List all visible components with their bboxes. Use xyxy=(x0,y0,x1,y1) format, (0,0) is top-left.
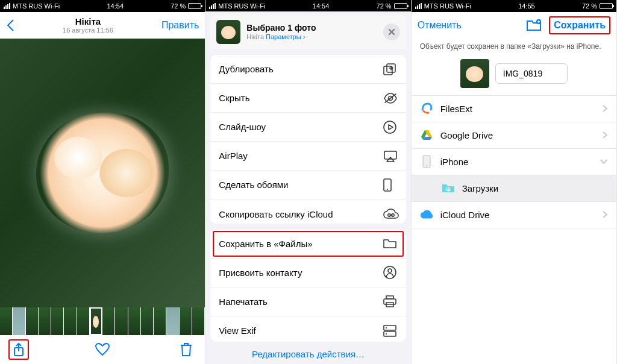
location-iphone[interactable]: iPhone xyxy=(412,149,616,175)
thumbnail[interactable] xyxy=(13,307,25,335)
new-folder-button[interactable] xyxy=(526,19,542,32)
thumbnail[interactable] xyxy=(115,307,128,335)
carrier-label: MTS RUS Wi-Fi xyxy=(218,2,265,10)
thumbnail-selected[interactable] xyxy=(90,307,102,335)
nav-bar: Нікіта 16 августа 11:56 Править xyxy=(0,12,205,39)
cancel-button[interactable]: Отменить xyxy=(418,20,462,31)
status-time: 14:55 xyxy=(518,2,535,10)
duplicate-icon xyxy=(383,63,398,75)
action-hide[interactable]: Скрыть xyxy=(210,84,406,113)
filesext-icon xyxy=(420,102,433,115)
status-bar: MTS RUS Wi-Fi 14:54 72 % xyxy=(0,0,205,12)
main-photo xyxy=(36,113,169,233)
thumbnail[interactable] xyxy=(0,307,13,335)
edit-actions-link[interactable]: Редактировать действия… xyxy=(205,342,410,364)
location-icloud[interactable]: iCloud Drive xyxy=(412,202,616,228)
signal-icon xyxy=(4,3,10,9)
action-play[interactable]: Слайд-шоу xyxy=(210,113,406,142)
chevron-right-icon: › xyxy=(303,33,305,40)
thumbnail-strip[interactable] xyxy=(0,307,205,335)
status-bar: MTS RUS Wi-Fi 14:55 72 % xyxy=(412,0,616,12)
svg-point-27 xyxy=(386,333,387,334)
close-button[interactable] xyxy=(383,24,400,40)
thumbnail[interactable] xyxy=(39,307,51,335)
chevron-right-icon xyxy=(602,131,608,139)
exif-icon xyxy=(383,325,398,337)
location-label: Google Drive xyxy=(440,130,493,140)
icloud-icon xyxy=(420,208,433,221)
carrier-label: MTS RUS Wi-Fi xyxy=(424,2,471,10)
favorite-button[interactable] xyxy=(92,339,113,360)
action-label: Напечатать xyxy=(219,297,267,307)
gdrive-icon xyxy=(420,128,433,142)
action-label: Сделать обоями xyxy=(219,180,288,190)
action-duplicate[interactable]: Дублировать xyxy=(210,55,406,84)
edit-button[interactable]: Править xyxy=(161,20,199,31)
screen-photo-detail: MTS RUS Wi-Fi 14:54 72 % Нікіта 16 авгус… xyxy=(0,0,205,364)
screen-save-to-files: MTS RUS Wi-Fi 14:55 72 % Отменить Сохран… xyxy=(412,0,617,364)
print-icon xyxy=(383,295,398,307)
save-location-message: Объект будет сохранен в папке «Загрузки»… xyxy=(412,39,616,57)
location-downloads[interactable]: Загрузки xyxy=(412,175,616,202)
action-label: AirPlay xyxy=(219,151,248,161)
action-label: Сохранить в «Файлы» xyxy=(219,239,312,249)
bottom-toolbar xyxy=(0,335,205,364)
thumbnail[interactable] xyxy=(166,307,179,335)
svg-marker-11 xyxy=(389,125,393,130)
share-button[interactable] xyxy=(8,339,29,360)
thumbnail[interactable] xyxy=(154,307,166,335)
thumbnail[interactable] xyxy=(64,307,77,335)
action-label: Скрыть xyxy=(219,93,249,103)
thumbnail[interactable] xyxy=(51,307,64,335)
share-sheet-header: Выбрано 1 фото Нікіта Параметры › xyxy=(210,15,406,49)
action-group-1: ДублироватьСкрытьСлайд-шоуAirPlayСделать… xyxy=(210,55,406,223)
status-time: 14:54 xyxy=(107,2,124,10)
photo-viewer[interactable] xyxy=(0,39,205,307)
action-print[interactable]: Напечатать xyxy=(210,287,406,316)
svg-rect-22 xyxy=(384,299,396,304)
svg-point-20 xyxy=(388,269,392,272)
airplay-icon xyxy=(383,150,398,162)
action-exif[interactable]: View Exif xyxy=(210,316,406,342)
location-label: iPhone xyxy=(440,157,469,167)
location-label: iCloud Drive xyxy=(440,210,490,220)
folder-icon xyxy=(383,238,398,249)
location-filesext[interactable]: FilesExt xyxy=(412,96,616,122)
thumbnail[interactable] xyxy=(192,307,205,335)
selected-count-label: Выбрано 1 фото xyxy=(246,23,377,33)
action-wallpaper[interactable]: Сделать обоями xyxy=(210,171,406,199)
svg-point-15 xyxy=(387,189,388,190)
thumbnail[interactable] xyxy=(180,307,192,335)
action-group-2: Сохранить в «Файлы»Присвоить контактуНап… xyxy=(210,230,406,342)
svg-point-35 xyxy=(426,165,427,166)
screen-share-sheet: MTS RUS Wi-Fi 14:54 72 % Выбрано 1 фото … xyxy=(205,0,411,364)
thumbnail[interactable] xyxy=(102,307,115,335)
save-button[interactable]: Сохранить xyxy=(549,16,610,34)
action-cloudlink[interactable]: Скопировать ссылку iCloud xyxy=(210,199,406,223)
action-airplay[interactable]: AirPlay xyxy=(210,142,406,171)
nav-bar: Отменить Сохранить xyxy=(412,12,616,39)
location-gdrive[interactable]: Google Drive xyxy=(412,122,616,149)
contact-icon xyxy=(383,266,398,279)
delete-button[interactable] xyxy=(176,339,196,360)
thumbnail[interactable] xyxy=(128,307,141,335)
thumbnail[interactable] xyxy=(26,307,39,335)
photo-date-subtitle: 16 августа 11:56 xyxy=(63,27,113,34)
thumbnail[interactable] xyxy=(141,307,154,335)
status-bar: MTS RUS Wi-Fi 14:54 72 % xyxy=(205,0,410,11)
hide-icon xyxy=(383,93,398,104)
filename-field[interactable]: IMG_0819 xyxy=(495,63,568,84)
action-contact[interactable]: Присвоить контакту xyxy=(210,259,406,287)
thumbnail[interactable] xyxy=(77,307,90,335)
location-label: FilesExt xyxy=(440,104,472,114)
battery-percent: 72 % xyxy=(171,2,186,10)
signal-icon xyxy=(209,3,216,9)
share-thumbnail xyxy=(216,20,240,44)
share-options-link[interactable]: Параметры xyxy=(266,33,301,40)
wallpaper-icon xyxy=(383,178,398,192)
action-folder[interactable]: Сохранить в «Файлы» xyxy=(210,230,406,259)
action-label: View Exif xyxy=(219,325,255,336)
back-button[interactable] xyxy=(6,19,14,32)
share-owner-label: Нікіта xyxy=(246,33,264,40)
battery-percent: 72 % xyxy=(377,2,392,10)
